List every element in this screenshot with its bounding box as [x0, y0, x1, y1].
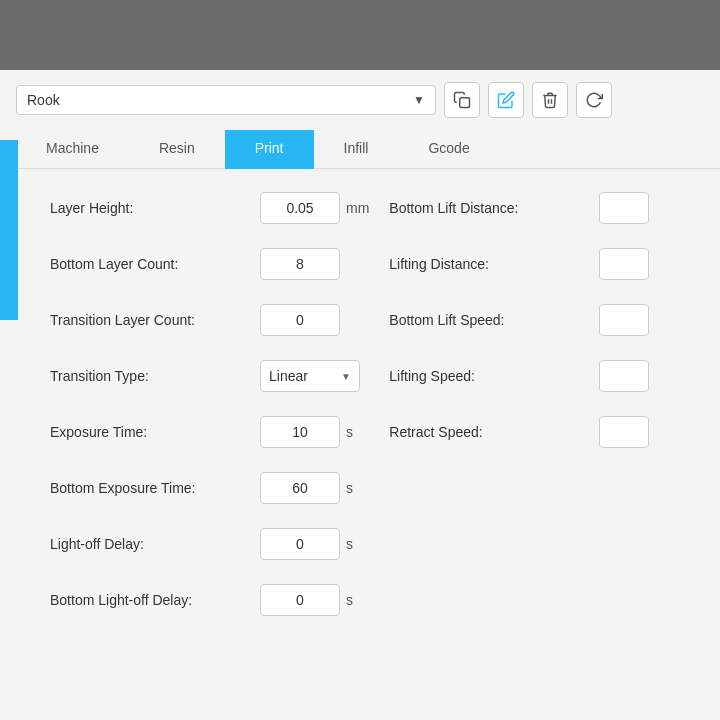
svg-rect-0: [460, 98, 470, 108]
tab-infill[interactable]: Infill: [314, 130, 399, 169]
tab-machine[interactable]: Machine: [16, 130, 129, 169]
layer-height-label: Layer Height:: [50, 200, 260, 216]
bottom-layer-count-input[interactable]: [260, 248, 340, 280]
lifting-speed-input[interactable]: [599, 360, 649, 392]
transition-layer-count-label: Transition Layer Count:: [50, 312, 260, 328]
retract-speed-row: Retract Speed:: [389, 413, 690, 451]
tab-resin[interactable]: Resin: [129, 130, 225, 169]
transition-layer-count-row: Transition Layer Count:: [50, 301, 369, 339]
copy-button[interactable]: [444, 82, 480, 118]
tabs-bar: Machine Resin Print Infill Gcode: [0, 130, 720, 169]
bottom-lift-speed-input[interactable]: [599, 304, 649, 336]
layer-height-row: Layer Height: mm: [50, 189, 369, 227]
retract-speed-input[interactable]: [599, 416, 649, 448]
delete-button[interactable]: [532, 82, 568, 118]
lifting-distance-input[interactable]: [599, 248, 649, 280]
exposure-time-label: Exposure Time:: [50, 424, 260, 440]
main-panel: Rook ▼ Machine Resin Print Infill: [0, 70, 720, 720]
tab-gcode[interactable]: Gcode: [398, 130, 499, 169]
light-off-delay-unit: s: [346, 536, 353, 552]
exposure-time-unit: s: [346, 424, 353, 440]
exposure-time-row: Exposure Time: s: [50, 413, 369, 451]
bottom-lift-distance-row: Bottom Lift Distance:: [389, 189, 690, 227]
edit-button[interactable]: [488, 82, 524, 118]
light-off-delay-input[interactable]: [260, 528, 340, 560]
refresh-button[interactable]: [576, 82, 612, 118]
lifting-distance-label: Lifting Distance:: [389, 256, 599, 272]
transition-type-label: Transition Type:: [50, 368, 260, 384]
transition-type-row: Transition Type: Linear ▼: [50, 357, 369, 395]
bottom-exposure-time-row: Bottom Exposure Time: s: [50, 469, 369, 507]
light-off-delay-row: Light-off Delay: s: [50, 525, 369, 563]
toolbar: Rook ▼: [0, 70, 720, 130]
light-off-delay-label: Light-off Delay:: [50, 536, 260, 552]
bottom-layer-count-label: Bottom Layer Count:: [50, 256, 260, 272]
bottom-exposure-time-input[interactable]: [260, 472, 340, 504]
bottom-light-off-delay-input[interactable]: [260, 584, 340, 616]
dropdown-arrow-icon: ▼: [413, 93, 425, 107]
transition-type-arrow-icon: ▼: [341, 371, 351, 382]
bottom-exposure-time-unit: s: [346, 480, 353, 496]
bottom-exposure-time-label: Bottom Exposure Time:: [50, 480, 260, 496]
bottom-layer-count-row: Bottom Layer Count:: [50, 245, 369, 283]
layer-height-input[interactable]: [260, 192, 340, 224]
lifting-distance-row: Lifting Distance:: [389, 245, 690, 283]
profile-value: Rook: [27, 92, 60, 108]
print-content: Layer Height: mm Bottom Layer Count: Tra…: [0, 169, 720, 657]
side-active-bar: [0, 140, 18, 320]
retract-speed-label: Retract Speed:: [389, 424, 599, 440]
bottom-lift-speed-row: Bottom Lift Speed:: [389, 301, 690, 339]
bottom-light-off-delay-row: Bottom Light-off Delay: s: [50, 581, 369, 619]
lifting-speed-label: Lifting Speed:: [389, 368, 599, 384]
bottom-lift-speed-label: Bottom Lift Speed:: [389, 312, 599, 328]
transition-layer-count-input[interactable]: [260, 304, 340, 336]
bottom-lift-distance-label: Bottom Lift Distance:: [389, 200, 599, 216]
top-bar: [0, 0, 720, 70]
exposure-time-input[interactable]: [260, 416, 340, 448]
transition-type-dropdown[interactable]: Linear ▼: [260, 360, 360, 392]
layer-height-unit: mm: [346, 200, 369, 216]
profile-dropdown[interactable]: Rook ▼: [16, 85, 436, 115]
right-column: Bottom Lift Distance: Lifting Distance: …: [369, 189, 690, 637]
lifting-speed-row: Lifting Speed:: [389, 357, 690, 395]
bottom-light-off-delay-label: Bottom Light-off Delay:: [50, 592, 260, 608]
bottom-light-off-delay-unit: s: [346, 592, 353, 608]
left-column: Layer Height: mm Bottom Layer Count: Tra…: [50, 189, 369, 637]
tab-print[interactable]: Print: [225, 130, 314, 169]
transition-type-value: Linear: [269, 368, 308, 384]
bottom-lift-distance-input[interactable]: [599, 192, 649, 224]
